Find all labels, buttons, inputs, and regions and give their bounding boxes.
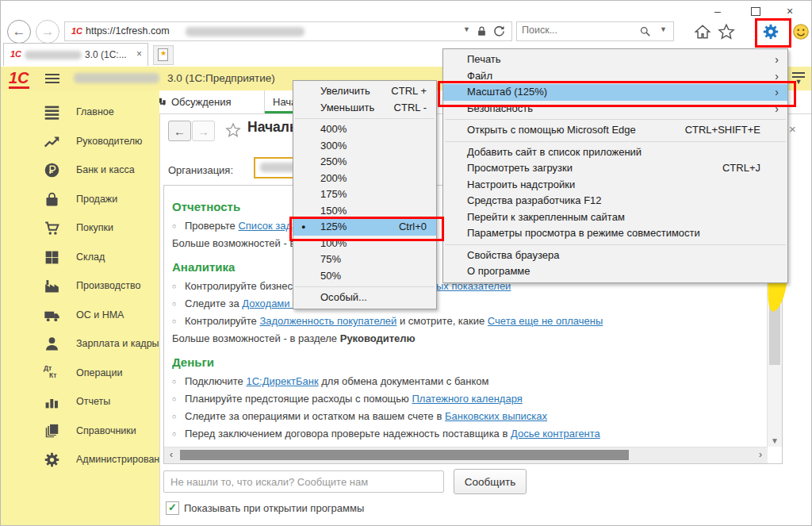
history-forward-button[interactable]: → — [192, 121, 215, 141]
menu-item-Свойства браузера[interactable]: Свойства браузера — [443, 248, 787, 264]
menu-item-Безопасность[interactable]: Безопасность› — [443, 101, 787, 117]
search-input[interactable] — [520, 24, 626, 36]
content-link[interactable]: Платежного календаря — [412, 393, 522, 405]
back-button[interactable]: ← — [7, 20, 31, 44]
menu-item-Масштаб (125%)[interactable]: Масштаб (125%)› — [443, 84, 787, 101]
menu-item-125%[interactable]: ●125%Ctrl+0 — [293, 219, 436, 236]
new-tab-button[interactable]: ★ — [153, 45, 174, 65]
menu-item-Параметры просмотра в режиме совместимости[interactable]: Параметры просмотра в режиме совместимос… — [443, 225, 787, 242]
sidebar-item-Операции[interactable]: ДтКтОперации — [1, 359, 159, 389]
address-bar[interactable]: 1С https://1cfresh.com ▼ — [64, 21, 512, 41]
sidebar-item-Производство[interactable]: Производство — [1, 272, 159, 301]
menu-item-Настроить надстройки[interactable]: Настроить надстройки — [443, 177, 787, 194]
sidebar-item-Руководителю[interactable]: Руководителю — [1, 128, 159, 157]
content-link[interactable]: Задолженность покупателей — [259, 315, 396, 327]
main-menu-icon[interactable] — [45, 74, 59, 83]
sidebar-item-Зарплата и кадры[interactable]: Зарплата и кадры — [1, 330, 159, 359]
menu-item-label: Увеличить — [320, 85, 370, 97]
menu-item-Увеличить[interactable]: УвеличитьCTRL + — [293, 83, 436, 100]
scroll-right-icon[interactable]: › — [753, 447, 768, 463]
menu-item-Добавить сайт в список приложений[interactable]: Добавить сайт в список приложений — [443, 144, 787, 161]
sidebar-item-Справочники[interactable]: Справочники — [1, 417, 159, 447]
favorites-star-icon[interactable] — [718, 23, 735, 40]
sidebar-item-Продажи[interactable]: Продажи — [1, 186, 159, 215]
menu-item-300%[interactable]: 300% — [293, 138, 436, 155]
menu-item-Просмотреть загрузки[interactable]: Просмотреть загрузкиCTRL+J — [443, 160, 787, 177]
sidebar-item-Банк и касса[interactable]: Банк и касса — [1, 156, 159, 186]
sidebar-item-Администрирование[interactable]: Администрирование — [1, 446, 159, 475]
sidebar-item-Склад[interactable]: Склад — [1, 244, 159, 273]
bullet-line: ○Подключите 1С:ДиректБанк для обмена док… — [172, 373, 760, 390]
person-icon — [44, 336, 60, 352]
content-link[interactable]: Банковских выписках — [445, 410, 547, 422]
dropdown-caret-icon[interactable]: ▼ — [463, 25, 470, 33]
bullet-icon: ○ — [172, 425, 185, 443]
browser-tab[interactable]: 1С 3.0 (1С:... × — [3, 43, 148, 66]
refresh-icon[interactable] — [492, 25, 506, 38]
menu-item-175%[interactable]: 175% — [293, 186, 436, 203]
menu-item-Перейти к закрепленным сайтам[interactable]: Перейти к закрепленным сайтам — [443, 209, 787, 226]
menu-item-Особый...[interactable]: Особый... — [293, 290, 436, 306]
menu-item-200%[interactable]: 200% — [293, 171, 436, 187]
minimize-button[interactable]: – — [709, 4, 726, 18]
sidebar-item-Главное[interactable]: Главное — [1, 98, 159, 128]
sidebar-item-ОС и НМА[interactable]: ОС и НМА — [1, 301, 159, 331]
search-icon[interactable] — [639, 25, 651, 37]
sidebar-item-label: Зарплата и кадры — [76, 338, 159, 349]
settings-menu: Печать›Файл›Масштаб (125%)›Безопасность›… — [442, 48, 788, 283]
menu-item-Средства разработчика F12[interactable]: Средства разработчика F12 — [443, 193, 787, 209]
sidebar-item-Покупки[interactable]: Покупки — [1, 214, 159, 244]
menu-item-400%[interactable]: 400% — [293, 121, 436, 138]
menu-item-250%[interactable]: 250% — [293, 154, 436, 171]
forward-button[interactable]: → — [36, 20, 59, 44]
content-text: Планируйте предстоящие расходы с помощью — [185, 393, 412, 405]
close-window-button[interactable]: × — [781, 4, 799, 18]
menu-item-label: Уменьшить — [320, 102, 374, 113]
horizontal-scrollbar[interactable]: ‹ › — [164, 447, 768, 463]
feedback-input[interactable] — [163, 470, 444, 493]
menu-item-50%[interactable]: 50% — [293, 268, 436, 285]
feedback-submit-button[interactable]: Сообщить — [454, 469, 527, 494]
horizontal-scroll-thumb[interactable] — [180, 450, 629, 460]
sidebar-item-Отчеты[interactable]: Отчеты — [1, 388, 159, 417]
show-on-start-checkbox[interactable]: ✓ — [166, 501, 179, 515]
menu-item-100%[interactable]: 100% — [293, 236, 436, 252]
sidebar-item-label: Производство — [76, 280, 141, 291]
search-box[interactable]: ▼ — [516, 21, 674, 41]
sidebar-item-label: Администрирование — [76, 454, 170, 465]
home-icon[interactable] — [694, 23, 711, 40]
menu-item-label: Безопасность — [467, 102, 533, 114]
content-text: Контролируйте — [185, 315, 259, 327]
scroll-left-icon[interactable]: ‹ — [164, 447, 178, 463]
menu-item-75%[interactable]: 75% — [293, 251, 436, 268]
menu-item-label: 150% — [320, 205, 347, 217]
menu-item-label: Файл — [467, 70, 492, 82]
scroll-down-icon[interactable]: ▼ — [768, 436, 782, 445]
maximize-button[interactable] — [751, 7, 760, 16]
menu-item-Файл[interactable]: Файл› — [443, 68, 787, 85]
tab-close-icon[interactable]: × — [136, 48, 142, 60]
menu-item-label: 300% — [320, 140, 347, 152]
cart-icon — [44, 220, 60, 236]
close-form-icon[interactable]: × — [789, 122, 796, 136]
tab-discussions[interactable]: Обсуждения — [146, 90, 265, 113]
menu-item-Уменьшить[interactable]: УменьшитьCTRL - — [293, 100, 436, 117]
toolbar-menu-icon[interactable]: ▼ — [792, 72, 805, 84]
menu-item-Открыть с помощью Microsoft Edge[interactable]: Открыть с помощью Microsoft EdgeCTRL+SHI… — [443, 122, 787, 139]
menu-item-Печать[interactable]: Печать› — [443, 52, 787, 68]
content-link[interactable]: Досье контрагента — [511, 428, 600, 440]
favorite-star-icon[interactable] — [225, 122, 241, 138]
content-link[interactable]: 1С:ДиректБанк — [246, 375, 318, 387]
url-text[interactable]: https://1cfresh.com — [86, 25, 170, 36]
settings-gear-icon[interactable] — [762, 23, 779, 40]
menu-item-150%[interactable]: 150% — [293, 203, 436, 220]
history-back-button[interactable]: ← — [168, 121, 191, 141]
menu-item-shortcut: CTRL+J — [722, 160, 760, 177]
menu-item-О программе[interactable]: О программе — [443, 263, 787, 280]
section-heading: Деньги — [172, 352, 760, 373]
content-link[interactable]: Счета еще не оплачены — [488, 315, 603, 327]
search-caret-icon[interactable]: ▼ — [660, 25, 667, 33]
smiley-feedback-icon[interactable] — [792, 23, 810, 40]
back-arrow-icon: ← — [13, 24, 26, 39]
sidebar-item-label: Продажи — [76, 194, 117, 205]
